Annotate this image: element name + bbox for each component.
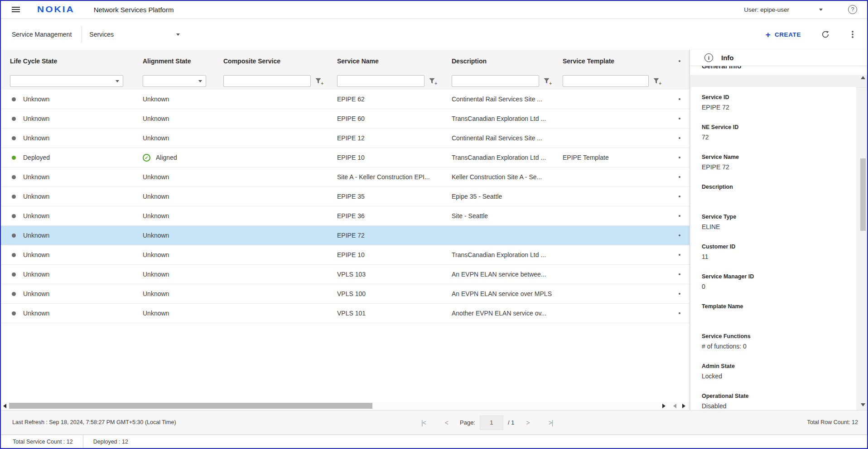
life-cycle-state-text: Unknown bbox=[23, 290, 49, 297]
kebab-icon bbox=[679, 312, 680, 314]
life-cycle-state-text: Unknown bbox=[23, 193, 49, 200]
row-actions-button[interactable] bbox=[653, 273, 690, 275]
column-scroll-left-icon[interactable] bbox=[673, 404, 676, 408]
scroll-right-icon[interactable] bbox=[662, 404, 665, 408]
cell-service-name: EPIPE 12 bbox=[328, 134, 443, 142]
table-row[interactable]: UnknownUnknownVPLS 103An EVPN ELAN servi… bbox=[1, 265, 690, 284]
table-row[interactable]: UnknownUnknownEPIPE 72 bbox=[1, 226, 690, 245]
info-panel-title: Info bbox=[721, 54, 734, 62]
nokia-logo: NOKIA bbox=[37, 5, 75, 14]
description-advanced-filter-button[interactable]: + bbox=[544, 78, 550, 84]
table-row[interactable]: UnknownUnknownEPIPE 35Epipe 35 - Seattle bbox=[1, 187, 690, 206]
general-info-card: Service IDEPIPE 72NE Service ID72Service… bbox=[691, 87, 856, 410]
table-body: UnknownUnknownEPIPE 62Continental Rail S… bbox=[1, 90, 690, 323]
row-actions-button[interactable] bbox=[653, 215, 690, 217]
service-name-advanced-filter-button[interactable]: + bbox=[429, 78, 435, 84]
create-button[interactable]: + CREATE bbox=[766, 30, 801, 39]
table-row[interactable]: UnknownUnknownEPIPE 36Site - Seattle bbox=[1, 206, 690, 226]
cell-life-cycle-state: Unknown bbox=[1, 310, 134, 317]
row-actions-button[interactable] bbox=[653, 118, 690, 119]
vertical-scrollbar-thumb[interactable] bbox=[860, 158, 866, 231]
description-filter-input[interactable] bbox=[452, 75, 539, 87]
funnel-icon bbox=[429, 78, 435, 84]
cell-service-name: EPIPE 62 bbox=[328, 96, 443, 103]
funnel-plus: + bbox=[434, 81, 437, 86]
alignment-state-text: Unknown bbox=[143, 173, 169, 181]
column-header-service-template[interactable]: Service Template bbox=[554, 57, 653, 65]
table-row[interactable]: UnknownUnknownEPIPE 12Continental Rail S… bbox=[1, 129, 690, 148]
kebab-icon bbox=[679, 118, 680, 119]
status-bar: Last Refresh : Sep 18, 2024, 7:58:27 PM … bbox=[1, 410, 867, 435]
service-template-filter-input[interactable] bbox=[563, 75, 649, 87]
row-actions-button[interactable] bbox=[653, 137, 690, 139]
life-cycle-state-dot-icon bbox=[12, 175, 16, 179]
breadcrumb-section: Service Management bbox=[12, 31, 72, 38]
row-actions-button[interactable] bbox=[653, 157, 690, 158]
life-cycle-state-dot-icon bbox=[12, 195, 16, 199]
toolbar-more-actions[interactable] bbox=[849, 31, 856, 38]
scroll-down-icon[interactable] bbox=[861, 403, 865, 406]
next-page-button[interactable]: > bbox=[526, 419, 529, 426]
row-actions-button[interactable] bbox=[653, 98, 690, 100]
row-actions-button[interactable] bbox=[653, 196, 690, 197]
nsp-window: NOKIA Network Services Platform User: ep… bbox=[0, 0, 868, 449]
composite-service-filter-input[interactable] bbox=[223, 75, 311, 87]
user-menu-caret-icon[interactable] bbox=[819, 9, 823, 11]
column-header-service-name[interactable]: Service Name bbox=[328, 57, 443, 65]
life-cycle-state-text: Deployed bbox=[23, 154, 50, 161]
table-row[interactable]: UnknownUnknownVPLS 101Another EVPN ELAN … bbox=[1, 304, 690, 323]
cell-life-cycle-state: Unknown bbox=[1, 193, 134, 200]
row-actions-button[interactable] bbox=[653, 293, 690, 295]
table-row[interactable]: UnknownUnknownSite A - Keller Constructi… bbox=[1, 167, 690, 187]
prev-page-button[interactable]: < bbox=[445, 419, 448, 426]
table-row[interactable]: UnknownUnknownEPIPE 60TransCanadian Expl… bbox=[1, 109, 690, 129]
view-selector[interactable]: Services bbox=[89, 31, 180, 38]
table-row[interactable]: Deployed✓AlignedEPIPE 10TransCanadian Ex… bbox=[1, 148, 690, 167]
row-actions-button[interactable] bbox=[653, 312, 690, 314]
life-cycle-state-dot-icon bbox=[12, 234, 16, 238]
row-actions-button[interactable] bbox=[653, 234, 690, 236]
refresh-button[interactable] bbox=[821, 30, 830, 39]
table-settings-button[interactable] bbox=[653, 60, 690, 62]
cell-alignment-state: Unknown bbox=[134, 134, 214, 142]
row-actions-button[interactable] bbox=[653, 176, 690, 178]
cell-service-name: VPLS 103 bbox=[328, 271, 443, 278]
first-page-button[interactable]: |< bbox=[421, 419, 426, 426]
row-actions-button[interactable] bbox=[653, 254, 690, 256]
menu-icon[interactable] bbox=[12, 5, 20, 14]
composite-service-advanced-filter-button[interactable]: + bbox=[315, 78, 321, 84]
cell-life-cycle-state: Unknown bbox=[1, 212, 134, 220]
scroll-left-icon[interactable] bbox=[3, 404, 6, 408]
info-field-value: 72 bbox=[702, 134, 856, 141]
service-name-filter-input[interactable] bbox=[337, 75, 424, 87]
horizontal-scrollbar[interactable] bbox=[1, 402, 690, 410]
last-page-button[interactable]: >| bbox=[549, 419, 553, 426]
column-header-composite-service[interactable]: Composite Service bbox=[214, 57, 328, 65]
column-header-alignment-state[interactable]: Alignment State bbox=[134, 57, 214, 65]
table-row[interactable]: UnknownUnknownVPLS 100An EVPN ELAN servi… bbox=[1, 284, 690, 304]
cell-life-cycle-state: Unknown bbox=[1, 115, 134, 122]
footer-divider bbox=[83, 435, 83, 448]
column-scroll-right-icon[interactable] bbox=[682, 404, 685, 408]
life-cycle-state-dot-icon bbox=[12, 292, 16, 296]
info-field: Template Name bbox=[702, 303, 856, 333]
table-filter-row: ++++ bbox=[1, 72, 690, 90]
service-template-advanced-filter-button[interactable]: + bbox=[653, 78, 659, 84]
life-cycle-state-filter-select[interactable] bbox=[10, 75, 123, 87]
cell-service-template: EPIPE Template bbox=[554, 154, 653, 161]
table-row[interactable]: UnknownUnknownEPIPE 10TransCanadian Expl… bbox=[1, 245, 690, 265]
vertical-scrollbar[interactable] bbox=[860, 72, 866, 407]
funnel-plus: + bbox=[659, 81, 661, 86]
table-row[interactable]: UnknownUnknownEPIPE 62Continental Rail S… bbox=[1, 90, 690, 109]
column-header-life-cycle-state[interactable]: Life Cycle State bbox=[1, 57, 134, 65]
help-icon[interactable]: ? bbox=[848, 5, 857, 14]
info-field-label: Admin State bbox=[702, 363, 856, 369]
alignment-state-filter-select[interactable] bbox=[143, 75, 206, 87]
page-number-input[interactable] bbox=[480, 416, 503, 430]
info-field-value: EPIPE 72 bbox=[702, 163, 856, 171]
alignment-state-text: Unknown bbox=[143, 271, 169, 278]
scroll-up-icon[interactable] bbox=[861, 76, 865, 79]
total-service-count: Total Service Count : 12 bbox=[13, 439, 73, 445]
column-header-description[interactable]: Description bbox=[443, 57, 554, 65]
horizontal-scrollbar-thumb[interactable] bbox=[9, 403, 372, 409]
